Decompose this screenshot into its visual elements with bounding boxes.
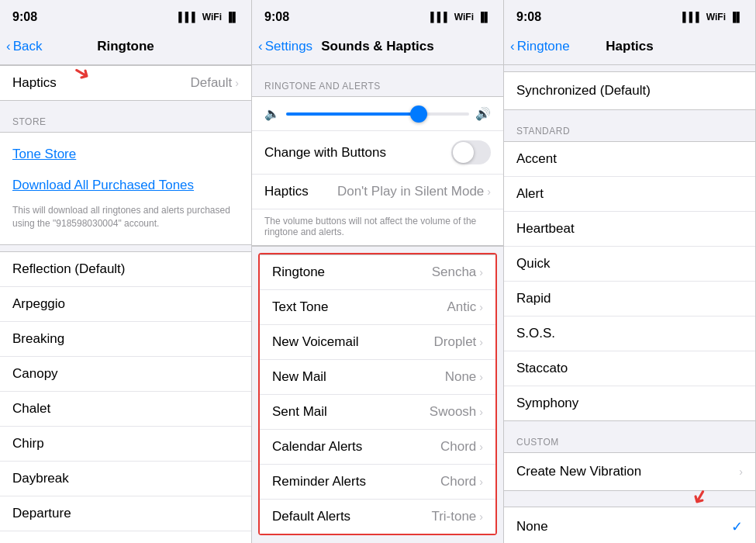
nav-title-1: Ringtone xyxy=(97,39,154,54)
store-header: STORE xyxy=(0,101,251,132)
alert-label-6: Reminder Alerts xyxy=(272,474,366,489)
ringtone-item-7[interactable]: Departure xyxy=(0,496,251,531)
panel-ringtone: 9:08 ▌▌▌ WiFi ▐▌ ‹ Back Ringtone Haptics… xyxy=(0,0,252,543)
ringtone-content: STORE Tone Store Download All Purchased … xyxy=(0,101,251,543)
store-section: Tone Store Download All Purchased Tones … xyxy=(0,132,251,245)
alert-value-4: Swoosh › xyxy=(430,404,483,420)
haptic-item-5[interactable]: S.O.S. xyxy=(504,316,755,351)
slider-thumb[interactable] xyxy=(410,105,427,123)
ringtone-item-5[interactable]: Chirp xyxy=(0,427,251,462)
slider-fill xyxy=(286,112,414,116)
toggle-thumb-1 xyxy=(453,142,474,163)
haptic-item-6[interactable]: Staccato xyxy=(504,351,755,386)
tone-store-link[interactable]: Tone Store xyxy=(12,139,239,170)
signal-icon-1: ▌▌▌ xyxy=(178,12,198,22)
change-with-buttons-toggle[interactable] xyxy=(451,140,491,164)
ringtone-item-6[interactable]: Daybreak xyxy=(0,462,251,496)
ringtone-alerts-header: RINGTONE AND ALERTS xyxy=(252,65,503,96)
panel-sounds-haptics: 9:08 ▌▌▌ WiFi ▐▌ ‹ Settings Sounds & Hap… xyxy=(252,0,504,543)
create-new-vibration-row[interactable]: Create New Vibration › xyxy=(504,452,755,491)
alert-item-1[interactable]: Text Tone Antic › xyxy=(260,290,495,325)
synchronized-container: Synchronized (Default) xyxy=(504,71,755,110)
status-bar-2: 9:08 ▌▌▌ WiFi ▐▌ xyxy=(252,0,503,31)
haptics-row[interactable]: Haptics Default › xyxy=(0,65,251,101)
ringtone-item-1[interactable]: Arpeggio xyxy=(0,287,251,322)
ringtone-item-8[interactable]: Dollop xyxy=(0,531,251,543)
haptic-item-7[interactable]: Symphony xyxy=(504,386,755,420)
volume-track[interactable] xyxy=(286,112,469,116)
nav-bar-1: ‹ Back Ringtone xyxy=(0,31,251,65)
alert-chevron-5: › xyxy=(479,441,483,453)
alert-item-5[interactable]: Calendar Alerts Chord › xyxy=(260,430,495,465)
alert-value-2: Droplet › xyxy=(434,334,483,350)
haptics-row-container: Haptics Default › ➜ xyxy=(0,65,251,101)
volume-slider-row[interactable]: 🔈 🔊 xyxy=(252,97,503,131)
back-label-3: Ringtone xyxy=(517,39,570,54)
alert-item-0[interactable]: Ringtone Sencha › xyxy=(260,255,495,290)
back-button-3[interactable]: ‹ Ringtone xyxy=(510,39,570,54)
haptics-note: The volume buttons will not affect the v… xyxy=(252,209,503,246)
none-label: None xyxy=(516,519,548,534)
volume-low-icon: 🔈 xyxy=(264,106,280,121)
alert-chevron-6: › xyxy=(479,476,483,488)
alert-items-box: Ringtone Sencha › Text Tone Antic › xyxy=(258,253,497,535)
alert-value-7: Tri-tone › xyxy=(431,509,483,524)
back-label-1: Back xyxy=(13,39,43,54)
ringtone-item-3[interactable]: Canopy xyxy=(0,357,251,392)
haptic-item-4[interactable]: Rapid xyxy=(504,282,755,316)
status-icons-1: ▌▌▌ WiFi ▐▌ xyxy=(178,12,239,22)
alert-item-6[interactable]: Reminder Alerts Chord › xyxy=(260,465,495,500)
panel-haptics: 9:08 ▌▌▌ WiFi ▐▌ ‹ Ringtone Haptics Sync… xyxy=(504,0,756,543)
battery-icon-1: ▐▌ xyxy=(226,12,239,22)
nav-bar-2: ‹ Settings Sounds & Haptics xyxy=(252,31,503,65)
alert-item-2[interactable]: New Voicemail Droplet › xyxy=(260,325,495,360)
alert-label-7: Default Alerts xyxy=(272,509,350,524)
download-all-link[interactable]: Download All Purchased Tones xyxy=(12,170,239,201)
status-time-1: 9:08 xyxy=(12,10,37,24)
ringtone-item-0[interactable]: Reflection (Default) xyxy=(0,252,251,287)
alert-item-3[interactable]: New Mail None › xyxy=(260,360,495,395)
store-note: This will download all ringtones and ale… xyxy=(12,201,239,238)
nav-bar-3: ‹ Ringtone Haptics xyxy=(504,31,755,65)
haptics-mode-value: Don't Play in Silent Mode › xyxy=(337,184,491,199)
wifi-icon-3: WiFi xyxy=(706,12,726,22)
alert-value-6: Chord › xyxy=(440,474,483,489)
wifi-icon-2: WiFi xyxy=(454,12,474,22)
alert-item-7[interactable]: Default Alerts Tri-tone › xyxy=(260,500,495,534)
none-section: None ✓ ➜ xyxy=(504,507,755,543)
haptic-item-2[interactable]: Heartbeat xyxy=(504,212,755,247)
nav-title-3: Haptics xyxy=(606,39,653,54)
signal-icon-2: ▌▌▌ xyxy=(430,12,450,22)
alert-label-1: Text Tone xyxy=(272,299,328,315)
haptics-mode-chevron: › xyxy=(487,185,491,198)
ringtone-item-4[interactable]: Chalet xyxy=(0,392,251,427)
none-row[interactable]: None ✓ xyxy=(504,507,755,543)
haptic-item-1[interactable]: Alert xyxy=(504,177,755,212)
ringtone-item-2[interactable]: Breaking xyxy=(0,322,251,357)
back-button-2[interactable]: ‹ Settings xyxy=(258,39,312,54)
haptic-item-3[interactable]: Quick xyxy=(504,247,755,282)
none-checkmark: ✓ xyxy=(731,518,743,535)
battery-icon-3: ▐▌ xyxy=(730,12,743,22)
haptic-item-0[interactable]: Accent xyxy=(504,142,755,177)
alert-value-5: Chord › xyxy=(440,439,483,455)
alert-label-2: New Voicemail xyxy=(272,334,359,350)
alert-items-container: Ringtone Sencha › Text Tone Antic › xyxy=(252,253,503,535)
alert-label-5: Calendar Alerts xyxy=(272,439,362,455)
back-button-1[interactable]: ‹ Back xyxy=(6,39,42,54)
custom-header: CUSTOM xyxy=(504,421,755,452)
change-with-buttons-row[interactable]: Change with Buttons xyxy=(252,131,503,175)
alert-chevron-1: › xyxy=(479,301,483,313)
back-chevron-1: ‹ xyxy=(6,39,11,54)
volume-high-icon: 🔊 xyxy=(475,106,491,121)
alert-value-3: None › xyxy=(445,369,483,385)
alert-item-4[interactable]: Sent Mail Swoosh › xyxy=(260,395,495,430)
synchronized-row[interactable]: Synchronized (Default) xyxy=(504,71,755,110)
alert-list: Ringtone Sencha › Text Tone Antic › xyxy=(260,254,495,534)
haptics-mode-row[interactable]: Haptics Don't Play in Silent Mode › xyxy=(252,175,503,209)
standard-header: STANDARD xyxy=(504,110,755,141)
alert-label-0: Ringtone xyxy=(272,265,325,280)
status-icons-2: ▌▌▌ WiFi ▐▌ xyxy=(430,12,491,22)
alert-label-3: New Mail xyxy=(272,369,326,385)
haptics-mode-label: Haptics xyxy=(264,184,309,199)
